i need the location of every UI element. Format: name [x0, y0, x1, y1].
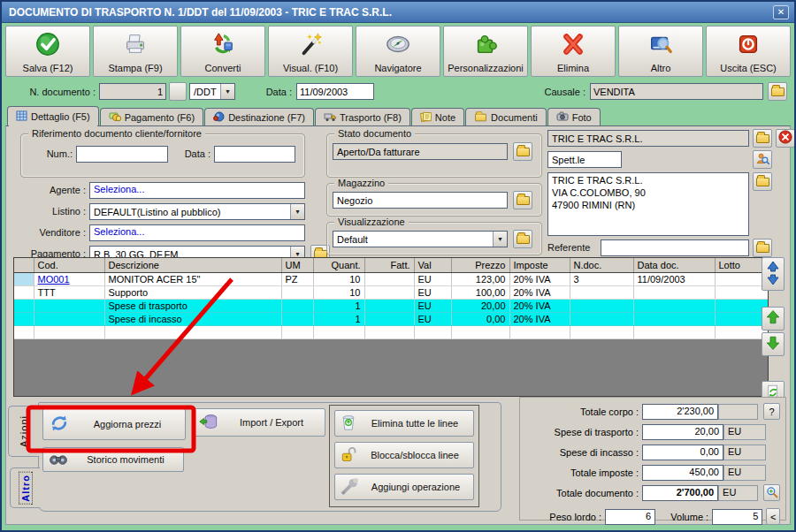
address-lookup-button[interactable] [753, 172, 772, 191]
cliente-search-button[interactable] [753, 150, 772, 169]
venditore-input[interactable]: Seleziona... [89, 224, 305, 241]
cliente-input[interactable] [547, 130, 749, 147]
table-cell [364, 272, 414, 285]
causale-lookup-button[interactable] [768, 82, 787, 101]
column-header[interactable]: Val [414, 258, 451, 272]
chevron-down-icon[interactable]: ▼ [220, 84, 234, 99]
stampa-button[interactable]: Stampa (F9) [93, 26, 178, 77]
totale-zoom-button[interactable] [763, 484, 780, 501]
salva-button[interactable]: Salva (F12) [5, 26, 90, 77]
table-row[interactable]: Spese di trasporto1EU20,0020% IVA [14, 299, 768, 312]
column-header[interactable]: UM [281, 258, 313, 272]
table-row[interactable] [14, 325, 768, 338]
navigatore-button[interactable]: Navigatore [356, 26, 440, 77]
magazzino-lookup-button[interactable] [513, 191, 532, 209]
lines-grid[interactable]: Cod.DescrizioneUMQuant.Fatt.ValPrezzoImp… [13, 257, 769, 397]
spese-incasso-value: 0,00 [642, 445, 723, 460]
n-documento-spacer-button[interactable] [169, 82, 187, 101]
table-cell: 11/09/2003 [633, 272, 715, 285]
visualizzazione-lookup-button[interactable] [513, 230, 532, 248]
stato-input[interactable] [333, 143, 508, 160]
tab-note[interactable]: Note [411, 108, 464, 125]
tab-altro[interactable]: Altro [10, 467, 40, 508]
column-header[interactable]: Cod. [34, 258, 104, 272]
collapse-totals-button[interactable]: < [766, 508, 780, 525]
product-code-link[interactable]: MO001 [38, 274, 70, 285]
column-header[interactable]: Lotto [715, 258, 768, 272]
power-icon [735, 31, 762, 57]
spese-trasporto-label: Spese di trasporto : [520, 427, 642, 437]
table-cell [34, 325, 104, 338]
chevron-down-icon[interactable]: ▼ [493, 232, 507, 247]
tab-destinazione[interactable]: Destinazione (F7) [204, 108, 314, 125]
converti-button[interactable]: Converti [180, 26, 265, 77]
altro-button[interactable]: Altro [618, 26, 703, 77]
cliente-address-textarea[interactable]: TRIC E TRAC S.R.L. VIA C.COLOMBO, 90 479… [547, 172, 749, 236]
visual-button[interactable]: Visual. (F10) [268, 26, 353, 77]
table-cell [281, 312, 313, 325]
table-row[interactable]: TTTSupporto10EU100,0020% IVA [14, 285, 768, 299]
column-header[interactable]: Quant. [313, 258, 364, 272]
close-button[interactable]: ✕ [773, 5, 789, 19]
elimina-linee-button[interactable]: Elimina tutte le linee [334, 410, 474, 437]
stato-lookup-button[interactable] [513, 142, 532, 161]
cliente-lookup-button[interactable] [753, 129, 772, 148]
table-cell: MO001 [34, 272, 104, 285]
table-cell [715, 325, 768, 338]
tab-documenti[interactable]: Documenti [465, 108, 547, 125]
tab-dettaglio[interactable]: Dettaglio (F5) [7, 106, 99, 125]
help-button[interactable]: ? [763, 403, 780, 420]
elimina-linee-label: Elimina tutte le linee [362, 418, 468, 429]
listino-combo[interactable]: DEFAULT(Listino al pubblico) ▼ [89, 203, 305, 220]
n-documento-input[interactable] [99, 83, 166, 100]
tab-azioni[interactable]: Azioni [8, 406, 40, 457]
aggiorna-prezzi-button[interactable]: Aggiorna prezzi [42, 408, 186, 440]
visualizzazione-combo[interactable]: Default ▼ [333, 231, 508, 247]
personalizzazioni-button[interactable]: Personalizzazioni [443, 26, 528, 77]
column-header[interactable]: Prezzo [451, 258, 509, 272]
tab-pagamento[interactable]: Pagamento (F6) [100, 108, 203, 125]
table-cell: TTT [34, 285, 104, 299]
agente-input[interactable]: Seleziona... [89, 182, 305, 199]
column-header[interactable]: Data doc. [633, 258, 715, 272]
num-label: Num.: [27, 148, 73, 159]
magazzino-input[interactable] [333, 192, 508, 209]
move-line-down-button[interactable] [762, 332, 785, 356]
column-header[interactable]: Fatt. [364, 258, 414, 272]
data-input[interactable] [296, 83, 374, 100]
column-header[interactable] [14, 258, 34, 272]
tab-trasporto[interactable]: Trasporto (F8) [315, 108, 410, 125]
rif-data-input[interactable] [214, 146, 295, 163]
uscita-button[interactable]: Uscita (ESC) [706, 26, 791, 77]
causale-input[interactable] [590, 83, 763, 100]
import-export-button[interactable]: Import / Export [193, 408, 325, 437]
blue-updown-arrows-icon [766, 261, 780, 288]
table-cell [313, 325, 364, 338]
table-cell [281, 325, 313, 338]
aggiungi-operazione-button[interactable]: Aggiungi operazione [334, 474, 474, 500]
cliente-clear-button[interactable] [776, 129, 795, 148]
table-row[interactable]: Spese di incasso1EU0,0020% IVA [14, 312, 768, 325]
move-line-updown-button[interactable] [762, 257, 785, 291]
folder-icon [756, 178, 769, 186]
spese-trasporto-unit: EU [723, 424, 766, 440]
blocca-linee-button[interactable]: Blocca/sblocca linee [334, 442, 474, 468]
num-input[interactable] [76, 146, 168, 163]
visual-label: Visual. (F10) [283, 63, 338, 73]
referente-lookup-button[interactable] [753, 239, 772, 257]
totale-imposte-label: Totale imposte : [520, 467, 642, 478]
tab-foto[interactable]: Foto [547, 108, 601, 125]
column-header[interactable]: Imposte [509, 258, 570, 272]
referente-input[interactable] [601, 239, 749, 256]
storico-movimenti-button[interactable]: Storico movimenti [42, 447, 184, 472]
printer-icon [122, 31, 149, 57]
elimina-button[interactable]: Elimina [531, 26, 616, 77]
chevron-down-icon[interactable]: ▼ [290, 204, 304, 219]
doc-type-combo[interactable]: /DDT ▼ [189, 83, 235, 100]
table-row[interactable]: MO001MONITOR ACER 15"PZ10EU123,0020% IVA… [14, 272, 768, 285]
column-header[interactable]: Descrizione [104, 258, 281, 272]
salva-label: Salva (F12) [23, 63, 73, 73]
move-line-up-button[interactable] [762, 307, 785, 331]
spettle-input[interactable] [547, 151, 622, 168]
column-header[interactable]: N.doc. [570, 258, 633, 272]
